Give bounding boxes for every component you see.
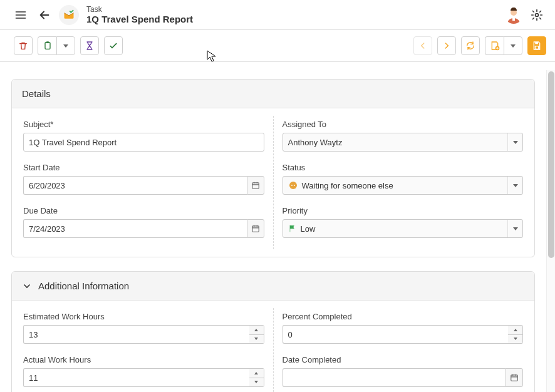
triangle-down-icon: [254, 381, 258, 383]
refresh-icon: [465, 41, 475, 51]
clipboard-dropdown-button[interactable]: [56, 36, 75, 55]
vertical-scrollbar[interactable]: [546, 70, 555, 392]
save-plus-icon: [490, 41, 500, 51]
svg-point-11: [291, 185, 293, 186]
additional-panel-header[interactable]: Additional Information: [12, 272, 534, 301]
calendar-icon: [510, 373, 519, 382]
additional-info-panel: Additional Information Estimated Work Ho…: [11, 271, 535, 392]
svg-rect-3: [45, 43, 50, 49]
percent-complete-label: Percent Completed: [283, 312, 524, 321]
clipboard-button[interactable]: [38, 36, 56, 55]
save-as-split-button[interactable]: [485, 36, 522, 55]
check-icon: [108, 41, 118, 51]
est-hours-spinner[interactable]: [249, 325, 264, 344]
caret-down-icon: [511, 44, 516, 48]
calendar-icon: [251, 224, 260, 233]
chevron-left-icon: [418, 41, 427, 50]
save-button[interactable]: [527, 36, 546, 55]
triangle-up-icon: [514, 329, 517, 331]
date-completed-input[interactable]: [283, 368, 506, 387]
svg-rect-8: [252, 183, 259, 188]
status-dropdown[interactable]: Waiting for someone else: [283, 176, 524, 195]
actual-hours-spinner[interactable]: [249, 368, 264, 387]
caret-down-icon: [63, 44, 68, 48]
percent-complete-spinner[interactable]: [508, 325, 523, 344]
arrow-left-icon: [38, 8, 51, 22]
triangle-down-icon: [254, 338, 258, 340]
start-date-label: Start Date: [23, 163, 264, 172]
subject-label: Subject*: [23, 120, 264, 129]
spinner-down-button[interactable]: [249, 378, 264, 387]
priority-label: Priority: [283, 206, 524, 215]
next-record-button[interactable]: [437, 36, 456, 55]
hamburger-icon: [14, 9, 27, 21]
additional-panel-title: Additional Information: [38, 281, 129, 291]
scrollbar-thumb[interactable]: [548, 71, 554, 258]
status-label: Status: [283, 163, 524, 172]
clipboard-icon: [43, 41, 53, 51]
hourglass-button[interactable]: [80, 36, 99, 55]
svg-rect-6: [535, 42, 538, 44]
page-title: 1Q Travel Spend Report: [86, 14, 193, 25]
assigned-to-dropdown[interactable]: Anthony Waytz: [283, 133, 524, 152]
details-panel-header: Details: [12, 80, 534, 108]
svg-rect-4: [46, 41, 49, 43]
start-date-picker-button[interactable]: [247, 176, 264, 195]
caret-down-icon: [513, 184, 518, 187]
user-avatar[interactable]: [505, 6, 522, 24]
actual-hours-label: Actual Work Hours: [23, 355, 264, 364]
actual-hours-input[interactable]: [23, 368, 249, 387]
svg-rect-1: [512, 17, 515, 21]
flag-icon: [288, 224, 297, 233]
task-type-icon: [59, 5, 79, 25]
spinner-down-button[interactable]: [508, 334, 522, 344]
mark-complete-button[interactable]: [104, 36, 123, 55]
due-date-label: Due Date: [23, 206, 264, 215]
percent-complete-input[interactable]: [283, 325, 509, 344]
svg-point-10: [289, 182, 297, 189]
svg-rect-13: [511, 375, 518, 381]
triangle-down-icon: [514, 338, 517, 340]
hourglass-icon: [85, 41, 95, 51]
prev-record-button[interactable]: [413, 36, 432, 55]
assigned-to-value: Anthony Waytz: [288, 138, 343, 147]
delete-button[interactable]: [14, 36, 33, 55]
caret-down-icon: [513, 227, 518, 230]
save-new-button[interactable]: [485, 36, 504, 55]
hamburger-button[interactable]: [11, 6, 30, 24]
refresh-button[interactable]: [461, 36, 480, 55]
due-date-picker-button[interactable]: [247, 219, 264, 238]
breadcrumb: Task: [86, 5, 193, 14]
subject-input[interactable]: [23, 133, 264, 152]
save-new-dropdown-button[interactable]: [504, 36, 522, 55]
calendar-icon: [251, 181, 260, 190]
priority-value: Low: [301, 224, 316, 234]
settings-button[interactable]: [527, 6, 546, 24]
date-completed-label: Date Completed: [283, 355, 524, 364]
triangle-up-icon: [254, 372, 258, 374]
details-panel: Details Subject* Start Date: [11, 79, 535, 257]
clipboard-split-button[interactable]: [38, 36, 75, 55]
spinner-up-button[interactable]: [508, 326, 522, 334]
svg-rect-9: [252, 226, 259, 232]
envelope-check-icon: [63, 9, 75, 21]
date-completed-picker-button[interactable]: [506, 368, 523, 387]
details-panel-title: Details: [22, 88, 51, 99]
spinner-up-button[interactable]: [249, 369, 264, 378]
svg-point-12: [294, 185, 295, 186]
header-title-block: Task 1Q Travel Spend Report: [86, 5, 193, 25]
caret-down-icon: [513, 141, 518, 144]
due-date-input[interactable]: [23, 219, 247, 238]
status-value: Waiting for someone else: [302, 181, 393, 190]
est-hours-label: Estimated Work Hours: [23, 312, 264, 321]
spinner-down-button[interactable]: [249, 334, 264, 344]
priority-dropdown[interactable]: Low: [283, 219, 524, 238]
avatar-icon: [505, 6, 522, 24]
svg-rect-7: [535, 46, 538, 49]
spinner-up-button[interactable]: [249, 326, 264, 334]
back-button[interactable]: [35, 6, 54, 24]
est-hours-input[interactable]: [23, 325, 249, 344]
save-icon: [532, 41, 542, 51]
start-date-input[interactable]: [23, 176, 247, 195]
chevron-right-icon: [442, 41, 451, 50]
